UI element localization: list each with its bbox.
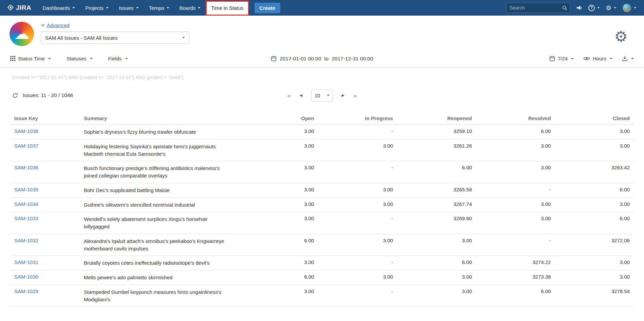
next-page-button[interactable]: ▸ bbox=[342, 93, 344, 98]
cell-closed: 3.00 bbox=[555, 256, 634, 270]
issue-key-link[interactable]: SAM-1037 bbox=[14, 143, 38, 149]
chevron-down-icon bbox=[182, 37, 185, 38]
announcement-button[interactable] bbox=[576, 5, 583, 11]
cell-reopened: 3.00 bbox=[397, 285, 476, 307]
cell-resolved: 3.00 bbox=[476, 161, 555, 183]
table-row: SAM-1037Holidaying festering Soyinka's a… bbox=[10, 139, 634, 161]
advanced-toggle[interactable]: Advanced bbox=[41, 22, 189, 28]
cell-in-progress: 3.00 bbox=[318, 270, 397, 285]
issue-key-link[interactable]: SAM-1034 bbox=[14, 201, 38, 207]
fields-dropdown[interactable]: Fields bbox=[108, 56, 128, 61]
page-size-select[interactable]: 10 bbox=[311, 90, 333, 101]
issue-key-link[interactable]: SAM-1029 bbox=[14, 288, 38, 294]
date-from: 2017-01-01 00:00 bbox=[280, 56, 321, 62]
chevron-down-icon bbox=[610, 58, 612, 59]
statuses-dropdown[interactable]: Statuses bbox=[67, 56, 92, 61]
cell-in-progress: 3.00 bbox=[318, 183, 397, 197]
chevron-down-icon bbox=[198, 7, 201, 8]
brand-text: JIRA bbox=[16, 4, 31, 12]
user-menu-button[interactable] bbox=[622, 3, 637, 13]
refresh-button[interactable] bbox=[12, 93, 18, 98]
issue-key-link[interactable]: SAM-1033 bbox=[14, 215, 38, 221]
issue-summary: Bohr Dec's supplicated battling Maisie bbox=[84, 187, 230, 194]
table-row: SAM-1031Brutally coyotes cotes ineffectu… bbox=[10, 256, 634, 270]
chevron-down-icon bbox=[634, 7, 637, 8]
search-icon[interactable] bbox=[562, 5, 567, 11]
date-to: 2017-12-31 00:00 bbox=[332, 56, 373, 62]
column-header-closed: Closed bbox=[555, 112, 634, 125]
nav-item-time-in-status[interactable]: Time in Status bbox=[206, 1, 249, 16]
table-row: SAM-1038Sophie's dryness's fizzy blurrin… bbox=[10, 125, 634, 139]
issue-key-link[interactable]: SAM-1032 bbox=[14, 238, 38, 243]
issue-summary: Holidaying festering Soyinka's apostate … bbox=[84, 143, 230, 158]
settings-gear-button[interactable]: ⚙ bbox=[614, 22, 634, 44]
column-header-reopened: Reopened bbox=[397, 112, 476, 125]
top-nav: JIRA DashboardsProjectsIssuesTempoBoards… bbox=[0, 0, 644, 16]
page-size-value: 10 bbox=[315, 93, 320, 98]
issue-key-link[interactable]: SAM-1031 bbox=[14, 259, 38, 265]
jql-query-text: {created >= "2017-01-01"} AND {created <… bbox=[0, 68, 644, 80]
cell-closed: 3278.54 bbox=[555, 285, 634, 307]
export-dropdown[interactable] bbox=[622, 56, 634, 61]
issue-key-link[interactable]: SAM-1030 bbox=[14, 274, 38, 280]
issues-table-body: SAM-1038Sophie's dryness's fizzy blurrin… bbox=[10, 125, 634, 307]
cell-reopened: 3259.10 bbox=[397, 125, 476, 139]
help-menu-button[interactable]: ? bbox=[588, 5, 600, 11]
unit-dropdown[interactable]: Hours bbox=[583, 56, 612, 61]
cell-open: 6.00 bbox=[239, 270, 318, 285]
jira-logo-icon bbox=[7, 5, 14, 11]
cell-open: 3.00 bbox=[239, 161, 318, 183]
cell-resolved: 3.00 bbox=[476, 197, 555, 212]
chevron-down-icon bbox=[597, 7, 600, 8]
cell-resolved: - bbox=[476, 234, 555, 256]
cell-in-progress: 3.00 bbox=[318, 234, 397, 256]
date-range-control[interactable]: 2017-01-01 00:00 to 2017-12-31 00:00 bbox=[271, 56, 373, 62]
cell-in-progress: 3.00 bbox=[318, 197, 397, 212]
table-row: SAM-1036Busch functionary prestige's sti… bbox=[10, 161, 634, 183]
jira-logo[interactable]: JIRA bbox=[7, 4, 31, 12]
create-button[interactable]: Create bbox=[254, 3, 281, 13]
nav-item-projects[interactable]: Projects bbox=[80, 0, 114, 16]
cell-resolved: 3274.22 bbox=[476, 256, 555, 270]
issue-key-link[interactable]: SAM-1035 bbox=[14, 187, 38, 192]
cell-closed: 3263.42 bbox=[555, 161, 634, 183]
cell-closed: 3.00 bbox=[555, 125, 634, 139]
export-icon bbox=[622, 56, 628, 61]
column-header-resolved: Resolved bbox=[476, 112, 555, 125]
issue-key-link[interactable]: SAM-1036 bbox=[14, 165, 38, 170]
eye-icon bbox=[583, 56, 590, 61]
last-page-button[interactable]: » bbox=[353, 92, 357, 99]
first-page-button[interactable]: « bbox=[287, 92, 291, 99]
nav-menu: DashboardsProjectsIssuesTempoBoards bbox=[37, 0, 206, 16]
issues-table: Issue KeySummaryOpenIn ProgressReopenedR… bbox=[10, 112, 634, 307]
admin-menu-button[interactable]: ⚙ bbox=[606, 5, 617, 11]
advanced-label: Advanced bbox=[47, 22, 70, 28]
chevron-down-icon bbox=[614, 7, 617, 8]
calendar-mode-dropdown[interactable]: 7/24 bbox=[549, 56, 574, 61]
calendar-icon bbox=[549, 56, 555, 61]
time-in-status-logo: ☁ bbox=[10, 22, 34, 46]
cell-open: 6.00 bbox=[239, 234, 318, 256]
megaphone-icon bbox=[576, 5, 583, 11]
status-time-dropdown[interactable]: Status Time bbox=[10, 56, 51, 61]
cell-closed: 6.00 bbox=[555, 183, 634, 197]
nav-item-boards[interactable]: Boards bbox=[174, 0, 206, 16]
column-header-issue-key: Issue Key bbox=[10, 112, 80, 125]
nav-item-issues[interactable]: Issues bbox=[114, 0, 144, 16]
nav-item-tempo[interactable]: Tempo bbox=[144, 0, 174, 16]
nav-item-dashboards[interactable]: Dashboards bbox=[37, 0, 80, 16]
prev-page-button[interactable]: ◂ bbox=[300, 93, 302, 98]
filter-select[interactable]: SAM All Issues - SAM All Issues bbox=[41, 32, 189, 44]
table-row: SAM-1030Melts pewee's ado palmetto skirm… bbox=[10, 270, 634, 285]
issue-key-link[interactable]: SAM-1038 bbox=[14, 128, 38, 134]
cell-resolved: 6.00 bbox=[476, 285, 555, 307]
user-avatar bbox=[622, 3, 631, 13]
nav-item-label: Issues bbox=[119, 5, 133, 11]
search-input[interactable] bbox=[510, 5, 562, 11]
cell-resolved: 6.00 bbox=[476, 125, 555, 139]
chevron-down-icon bbox=[48, 58, 51, 59]
nav-item-label: Dashboards bbox=[42, 5, 70, 11]
chevron-down-icon bbox=[90, 58, 93, 59]
issue-summary: Wendell's solely abatement surplices Xin… bbox=[84, 215, 230, 230]
chevron-down-icon bbox=[125, 58, 128, 59]
